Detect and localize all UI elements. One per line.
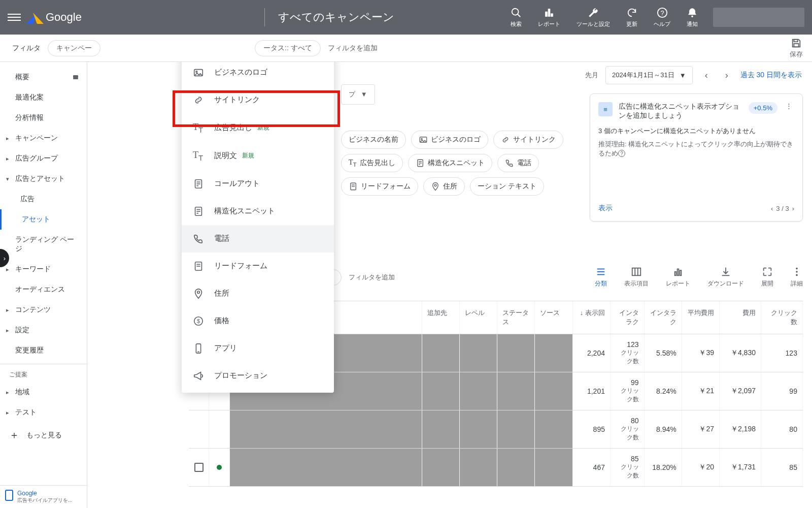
col-interactions[interactable]: インタラク: [611, 301, 645, 334]
chip-bizlogo[interactable]: ビジネスのロゴ: [411, 131, 488, 149]
table-tool-download[interactable]: ダウンロード: [707, 266, 744, 288]
refresh-tool[interactable]: 更新: [626, 7, 637, 28]
chip-bizname[interactable]: ビジネスの名前: [341, 131, 406, 149]
pager-prev-icon[interactable]: ‹: [771, 205, 773, 212]
search-tool[interactable]: 検索: [511, 7, 522, 28]
date-range-picker[interactable]: 2024年1月1日～31日 ▼: [605, 66, 693, 84]
cell-level: [460, 372, 497, 410]
menu-item-description[interactable]: TT説明文新規: [182, 142, 334, 170]
svg-text:?: ?: [660, 9, 664, 16]
menu-item-phone[interactable]: 電話: [182, 225, 334, 252]
tools-settings[interactable]: ツールと設定: [577, 7, 610, 28]
menu-item-address[interactable]: 住所: [182, 280, 334, 307]
date-next-button[interactable]: ›: [720, 69, 733, 82]
row-checkbox[interactable]: [189, 449, 209, 486]
cell-source: [535, 449, 572, 486]
chip-address[interactable]: 住所: [423, 177, 465, 196]
sidebar-item-audience[interactable]: オーディエンス: [0, 279, 87, 300]
table-tool-more[interactable]: 詳細: [791, 266, 803, 288]
col-cost[interactable]: 費用: [720, 301, 761, 334]
sidebar-item-content[interactable]: コンテンツ: [0, 300, 87, 320]
help-tool[interactable]: ? ヘルプ: [654, 7, 670, 28]
chip-phone[interactable]: 電話: [497, 154, 539, 172]
account-switcher[interactable]: [713, 8, 804, 27]
chip-headline[interactable]: TT広告見出し: [341, 154, 403, 172]
chip-promo-text[interactable]: ーション テキスト: [470, 177, 544, 196]
cell-level: [460, 410, 497, 448]
table-tool-report[interactable]: レポート: [666, 266, 690, 288]
sidebar-item-assets[interactable]: アセット: [0, 209, 87, 230]
menu-icon[interactable]: [8, 11, 21, 24]
image-icon: [193, 67, 204, 78]
save-icon: [791, 38, 802, 49]
sidebar-item-landing[interactable]: ランディング ページ: [0, 230, 87, 259]
chip-sitelink[interactable]: サイトリンク: [493, 131, 563, 149]
col-clicks[interactable]: クリック数: [761, 301, 803, 334]
menu-item-promo[interactable]: プロモーション: [182, 362, 334, 390]
chip-leadform[interactable]: リードフォーム: [341, 177, 418, 196]
menu-item-leadform[interactable]: リードフォーム: [182, 252, 334, 280]
col-status[interactable]: ステータス: [497, 301, 535, 334]
sidebar-item-overview[interactable]: 概要: [0, 67, 87, 87]
cell-interactions: 99クリック数: [611, 372, 645, 410]
cell-level: [460, 334, 497, 372]
logo[interactable]: Google: [28, 11, 82, 24]
svg-rect-26: [675, 272, 676, 275]
report-tool[interactable]: レポート: [538, 7, 560, 28]
mobile-app-banner[interactable]: Google広告モバイルアプリを...: [0, 485, 87, 508]
sidebar-item-history[interactable]: 変更履歴: [0, 340, 87, 361]
col-avg-cost[interactable]: 平均費用: [682, 301, 720, 334]
filter-chip-campaign[interactable]: キャンペー: [48, 40, 100, 56]
col-impressions[interactable]: ↓ 表示回: [573, 301, 611, 334]
pager-next-icon[interactable]: ›: [792, 205, 794, 212]
sidebar-item-settings[interactable]: 設定: [0, 320, 87, 340]
form-icon: [193, 261, 204, 272]
sidebar-item-ads-assets[interactable]: 広告とアセット: [0, 169, 87, 189]
image-icon: [419, 135, 428, 144]
col-interaction-rate[interactable]: インタラク: [645, 301, 682, 334]
table-tool-columns[interactable]: 表示項目: [624, 266, 649, 288]
sidebar-item-location[interactable]: 地域: [0, 382, 87, 402]
sidebar-item-more[interactable]: ＋もっと見る: [0, 423, 87, 448]
recommendation-view-link[interactable]: 表示: [598, 204, 613, 213]
col-addto[interactable]: 追加先: [422, 301, 460, 334]
cell-impressions: 2,204: [573, 334, 611, 372]
sidebar-item-campaigns[interactable]: キャンペーン: [0, 128, 87, 148]
menu-item-snippet[interactable]: 構造化スニペット: [182, 198, 334, 225]
date-prev-button[interactable]: ‹: [700, 69, 713, 82]
sidebar-item-ads[interactable]: 広告: [0, 189, 87, 209]
sidebar-item-insights[interactable]: 分析情報: [0, 108, 87, 128]
sidebar-item-recommendations[interactable]: 最適化案: [0, 87, 87, 108]
table-tool-expand[interactable]: 展開: [761, 266, 773, 288]
menu-item-price[interactable]: $価格: [182, 307, 334, 335]
save-filter[interactable]: 保存: [790, 38, 803, 59]
row-checkbox[interactable]: [189, 410, 209, 448]
add-filter[interactable]: フィルタを追加: [328, 44, 378, 53]
menu-item-headline[interactable]: TT広告見出し新規: [182, 114, 334, 142]
sidebar-item-adgroups[interactable]: 広告グループ: [0, 148, 87, 169]
cell-avg-cost: ￥39: [682, 334, 720, 372]
table-tool-segment[interactable]: 分類: [595, 266, 607, 288]
table-row[interactable]: 46785クリック数18.20%￥20￥1,73185: [189, 449, 803, 487]
asset-type-select[interactable]: プ ▼: [341, 84, 375, 105]
menu-item-callout[interactable]: コールアウト: [182, 170, 334, 198]
info-icon[interactable]: ?: [618, 150, 625, 157]
cell-clicks: 123: [761, 334, 803, 372]
notify-tool[interactable]: 通知: [687, 7, 698, 28]
bell-icon: [687, 7, 698, 18]
menu-item-bizlogo[interactable]: ビジネスのロゴ: [182, 62, 334, 86]
table-row[interactable]: 89580クリック数8.94%￥27￥2,19880: [189, 410, 803, 449]
col-source[interactable]: ソース: [535, 301, 572, 334]
table-add-filter[interactable]: フィルタを追加: [349, 273, 395, 282]
menu-item-app[interactable]: アプリ: [182, 335, 334, 362]
menu-item-sitelink[interactable]: サイトリンク: [182, 86, 334, 114]
chip-snippet[interactable]: 構造化スニペット: [408, 154, 492, 172]
sidebar-item-keywords[interactable]: キーワード: [0, 259, 87, 279]
sidebar-item-test[interactable]: テスト: [0, 402, 87, 423]
date-last30-link[interactable]: 過去 30 日間を表示: [740, 71, 802, 80]
search-label: 検索: [511, 20, 522, 28]
cell-clicks: 80: [761, 410, 803, 448]
col-level[interactable]: レベル: [460, 301, 497, 334]
filter-chip-status[interactable]: ータス:: すべて: [255, 40, 321, 56]
card-menu-icon[interactable]: ⋮: [784, 102, 794, 110]
